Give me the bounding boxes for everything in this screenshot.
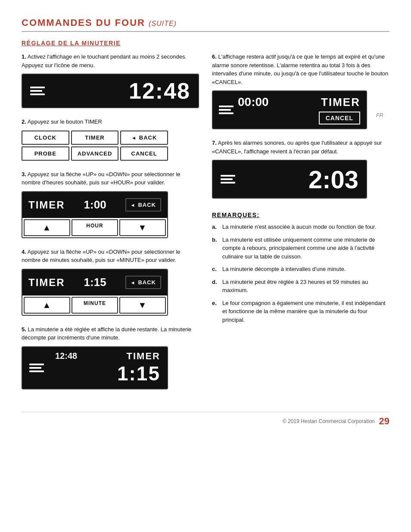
minute-button[interactable]: MINUTE (72, 297, 118, 314)
up-button-4[interactable]: ▲ (24, 297, 70, 314)
step-2-body: Appuyez sur le bouton TIMER (28, 118, 102, 125)
step-1-body: Activez l'affichage en le touchant penda… (22, 53, 187, 68)
page-title: COMMANDES DU FOUR (SUITE) (22, 17, 177, 28)
step-6-text: 6. L'affichage restera actif jusqu'à ce … (212, 53, 389, 86)
step-6-body: L'affichage restera actif jusqu'à ce que… (212, 53, 388, 85)
remark-b: b. La minuterie est utilisée uniquement … (212, 236, 389, 261)
step-2-buttons: CLOCK TIMER BACK PROBE ADVANCED CANCEL (22, 131, 168, 161)
remark-a-letter: a. (212, 223, 219, 231)
content-area: 1. Activez l'affichage en le touchant pe… (22, 53, 389, 399)
remark-e-letter: e. (212, 299, 219, 324)
title-text: COMMANDES DU FOUR (22, 17, 145, 28)
cancel-box[interactable]: CANCEL (319, 112, 360, 124)
step-5-num: 5. (22, 326, 26, 333)
remarks-section: REMARQUES: a. La minuterie n'est associé… (212, 212, 389, 324)
step-4: 4. Appuyez sur la flèche «UP» ou «DOWN» … (22, 248, 199, 316)
back-arrow-icon (131, 134, 138, 141)
clock-button[interactable]: CLOCK (22, 131, 69, 145)
step-5-text: 5. La minuterie a été réglée et affiche … (22, 325, 199, 342)
step-5-menu-icon (29, 364, 44, 372)
down-button-4[interactable]: ▼ (119, 297, 166, 314)
step-5-timer-label: TIMER (127, 351, 160, 362)
step-5: 5. La minuterie a été réglée et affiche … (22, 325, 199, 389)
step-6-menu-icon (219, 106, 234, 114)
step-3-timer-time: 1:00 (84, 198, 106, 212)
step-1: 1. Activez l'affichage en le touchant pe… (22, 53, 199, 108)
step-7-time: 2:03 (308, 165, 358, 194)
copyright-text: © 2019 Hestan Commercial Corporation (283, 418, 375, 424)
remark-a-text: La minuterie n'est associée à aucun mode… (222, 223, 376, 231)
step-7: 7. Après les alarmes sonores, ou après q… (212, 139, 389, 199)
remark-d-text: La minuterie peut être réglée à 23 heure… (222, 278, 389, 295)
step-3-display: TIMER 1:00 BACK ▲ HOUR ▼ (22, 191, 168, 238)
step-4-bottom-buttons: ▲ MINUTE ▼ (22, 296, 167, 315)
step-1-time: 12:48 (129, 78, 190, 104)
step-6-timer-label: TIMER (321, 96, 360, 109)
page-header: COMMANDES DU FOUR (SUITE) (22, 17, 389, 32)
step-4-screen: TIMER 1:15 BACK (22, 270, 167, 296)
title-suite: (SUITE) (149, 20, 177, 27)
step-5-timer-time: 1:15 (117, 362, 160, 385)
step-4-back-button[interactable]: BACK (125, 276, 161, 289)
timer-button[interactable]: TIMER (71, 131, 119, 145)
step-5-display: 12:48 TIMER 1:15 (22, 346, 168, 389)
step-4-body: Appuyez sur la flèche «UP» ou «DOWN» pou… (22, 249, 181, 264)
remark-d-letter: d. (212, 278, 219, 295)
remark-c: c. La minuterie décompte à intervalles d… (212, 265, 389, 274)
hour-button[interactable]: HOUR (72, 219, 118, 236)
advanced-button[interactable]: ADVANCED (71, 146, 119, 161)
remark-c-text: La minuterie décompte à intervalles d'un… (222, 265, 346, 274)
step-3-num: 3. (22, 171, 26, 177)
step-2-text: 2. Appuyez sur le bouton TIMER (22, 118, 199, 126)
step-4-timer-label: TIMER (28, 277, 65, 289)
step-6-time: 00:00 (238, 95, 269, 109)
step-7-num: 7. (212, 140, 217, 146)
step-2-num: 2. (22, 118, 26, 125)
step-1-num: 1. (22, 53, 26, 60)
remark-b-text: La minuterie est utilisée uniquement com… (222, 236, 389, 261)
probe-button[interactable]: PROBE (22, 146, 69, 161)
step-3-text: 3. Appuyez sur la flèche «UP» ou «DOWN» … (22, 170, 199, 187)
back-button[interactable]: BACK (120, 131, 168, 145)
section-title: RÉGLAGE DE LA MINUTERIE (22, 40, 389, 47)
remark-e: e. Le four compagnon a également une min… (212, 299, 389, 324)
back-arrow-icon-3 (131, 202, 137, 208)
right-column: 6. L'affichage restera actif jusqu'à ce … (212, 53, 389, 399)
step-1-display: 12:48 (22, 74, 199, 108)
step-7-text: 7. Après les alarmes sonores, ou après q… (212, 139, 389, 156)
remark-b-letter: b. (212, 236, 219, 261)
back-arrow-icon-4 (131, 279, 137, 286)
step-4-num: 4. (22, 249, 26, 255)
step-6-display: 00:00 TIMER CANCEL (212, 90, 367, 129)
step-4-text: 4. Appuyez sur la flèche «UP» ou «DOWN» … (22, 248, 199, 264)
step-6: 6. L'affichage restera actif jusqu'à ce … (212, 53, 389, 129)
step-1-text: 1. Activez l'affichage en le touchant pe… (22, 53, 199, 69)
step-2: 2. Appuyez sur le bouton TIMER CLOCK TIM… (22, 118, 199, 161)
page-number: 29 (379, 416, 389, 427)
step-4-display: TIMER 1:15 BACK ▲ MINUTE ▼ (22, 269, 168, 316)
step-5-body: La minuterie a été réglée et affiche la … (22, 326, 191, 341)
step-3-back-button[interactable]: BACK (125, 198, 161, 212)
down-button-3[interactable]: ▼ (119, 219, 166, 236)
step-7-menu-icon (221, 175, 235, 184)
menu-icon (30, 87, 45, 95)
step-6-num: 6. (212, 53, 217, 60)
step-7-display: 2:03 (212, 160, 367, 199)
step-4-timer-time: 1:15 (84, 276, 106, 289)
step-3-screen: TIMER 1:00 BACK (22, 192, 167, 218)
step-5-clock-time: 12:48 (55, 351, 77, 361)
step-7-body: Après les alarmes sonores, ou après que … (212, 140, 382, 155)
remark-a: a. La minuterie n'est associée à aucun m… (212, 223, 389, 231)
step-3: 3. Appuyez sur la flèche «UP» ou «DOWN» … (22, 170, 199, 238)
left-column: 1. Activez l'affichage en le touchant pe… (22, 53, 199, 399)
step-3-timer-label: TIMER (28, 199, 65, 211)
remarks-title: REMARQUES: (212, 212, 389, 218)
fr-badge: FR (376, 112, 383, 118)
page-footer: © 2019 Hestan Commercial Corporation 29 (22, 412, 389, 427)
remark-e-text: Le four compagnon a également une minute… (222, 299, 389, 324)
up-button-3[interactable]: ▲ (24, 219, 70, 236)
cancel-button-step2[interactable]: CANCEL (120, 146, 168, 161)
remark-d: d. La minuterie peut être réglée à 23 he… (212, 278, 389, 295)
step-6-right: 00:00 TIMER CANCEL (238, 95, 360, 124)
remark-c-letter: c. (212, 265, 219, 274)
